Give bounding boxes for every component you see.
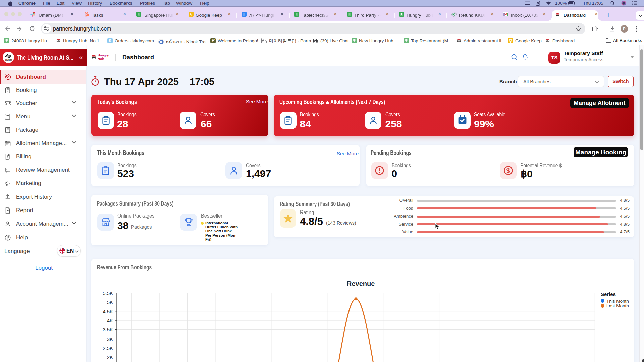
svg-text:LIVING RM: LIVING RM	[5, 59, 12, 61]
